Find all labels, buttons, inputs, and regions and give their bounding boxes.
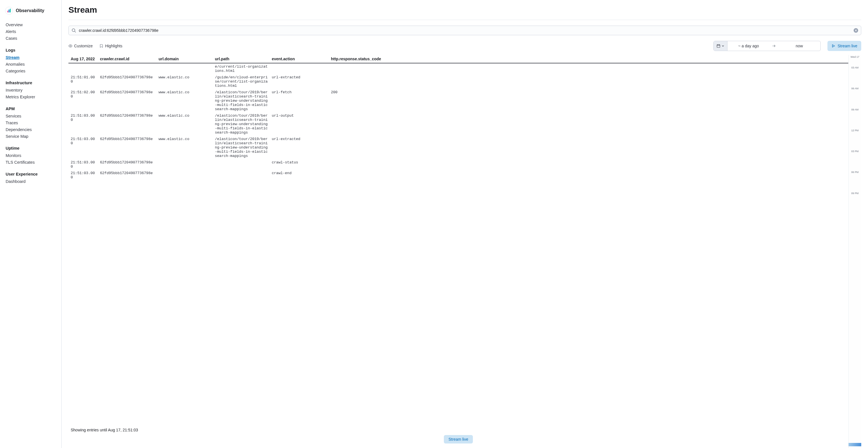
calendar-icon: [716, 44, 720, 48]
stream-live-label: Stream live: [838, 44, 857, 48]
date-from[interactable]: ~ a day ago: [727, 41, 770, 51]
customize-label: Customize: [74, 44, 93, 48]
timeline-tick: 09 PM: [849, 192, 861, 195]
cell-time: 21:51:01.000: [68, 75, 100, 84]
cell-path: /elasticon/tour/2019/berlin/elasticsearc…: [215, 90, 272, 111]
cell-action: url-output: [272, 114, 331, 118]
cell-status: 200: [331, 90, 848, 94]
svg-rect-2: [10, 9, 11, 12]
timeline-tick: 12 PM: [849, 129, 861, 132]
sidebar-item-stream[interactable]: Stream: [0, 54, 61, 61]
table-header: Aug 17, 2022 crawler.crawl.id url.domain…: [68, 55, 848, 63]
timeline-tick: 06 PM: [849, 171, 861, 174]
search-bar[interactable]: [68, 26, 861, 35]
cell-time: 21:51:03.000: [68, 114, 100, 122]
highlights-label: Highlights: [105, 44, 122, 48]
timeline-tick: 09 AM: [849, 108, 861, 111]
timeline-tick: 03 PM: [849, 150, 861, 153]
sidebar-item-services[interactable]: Services: [0, 113, 61, 119]
sidebar-item-tls-certificates[interactable]: TLS Certificates: [0, 159, 61, 166]
cell-path: /elasticon/tour/2019/berlin/elasticsearc…: [215, 114, 272, 135]
nav-heading: User Experience: [0, 170, 61, 178]
nav-section-logs: LogsStreamAnomaliesCategories: [0, 45, 61, 78]
col-crawl-id[interactable]: crawler.crawl.id: [100, 57, 159, 61]
date-picker-button[interactable]: [714, 41, 727, 51]
sidebar-item-service-map[interactable]: Service Map: [0, 133, 61, 140]
brand: Observability: [0, 4, 61, 20]
customize-button[interactable]: Customize: [68, 44, 93, 48]
svg-point-3: [72, 29, 75, 32]
observability-logo-icon: [5, 7, 13, 14]
cell-crawl: 62fd95bbb17204907736798e: [100, 75, 159, 80]
cell-action: url-fetch: [272, 90, 331, 94]
nav-heading: APM: [0, 105, 61, 113]
highlights-button[interactable]: Highlights: [99, 44, 122, 48]
sidebar-item-inventory[interactable]: Inventory: [0, 87, 61, 94]
table-row[interactable]: 21:51:03.00062fd95bbb17204907736798ecraw…: [68, 159, 848, 170]
sidebar-item-dashboard[interactable]: Dashboard: [0, 178, 61, 185]
table-row[interactable]: 21:51:02.00062fd95bbb17204907736798ewww.…: [68, 89, 848, 113]
svg-point-7: [70, 46, 71, 47]
cell-path: e/current/list-organizations.html: [215, 64, 272, 73]
col-timestamp[interactable]: Aug 17, 2022: [68, 57, 100, 61]
col-status[interactable]: http.response.status_code: [331, 57, 848, 61]
col-domain[interactable]: url.domain: [159, 57, 215, 61]
col-path[interactable]: url.path: [215, 57, 272, 61]
cell-domain: www.elastic.co: [159, 137, 215, 141]
nav-heading: Infrastructure: [0, 79, 61, 87]
cell-time: 21:51:03.000: [68, 171, 100, 179]
table-row[interactable]: 21:51:03.00062fd95bbb17204907736798ecraw…: [68, 170, 848, 181]
cell-crawl: 62fd95bbb17204907736798e: [100, 171, 159, 175]
nav-section-top: OverviewAlertsCases: [0, 20, 61, 45]
page-title: Stream: [68, 5, 861, 20]
sidebar-item-overview[interactable]: Overview: [0, 22, 61, 28]
cell-time: 21:51:02.000: [68, 90, 100, 99]
table-row[interactable]: e/current/list-organizations.html: [68, 63, 848, 74]
cell-domain: www.elastic.co: [159, 90, 215, 94]
cell-crawl: 62fd95bbb17204907736798e: [100, 90, 159, 94]
toolbar: Customize Highlights ~ a day ago now Str…: [68, 41, 861, 51]
sidebar-item-categories[interactable]: Categories: [0, 68, 61, 74]
date-to[interactable]: now: [778, 41, 820, 51]
play-icon: [831, 44, 835, 48]
cell-action: url-extracted: [272, 75, 331, 80]
brand-title: Observability: [16, 8, 44, 13]
timeline-day-label: Wed 17: [849, 56, 861, 58]
sidebar-item-anomalies[interactable]: Anomalies: [0, 61, 61, 68]
cell-crawl: 62fd95bbb17204907736798e: [100, 137, 159, 141]
nav-section-infrastructure: InfrastructureInventoryMetrics Explorer: [0, 78, 61, 104]
timeline-minimap[interactable]: Wed 1703 AM06 AM09 AM12 PM03 PM06 PM09 P…: [848, 55, 861, 448]
table-body[interactable]: e/current/list-organizations.html21:51:0…: [68, 63, 848, 423]
table-row[interactable]: 21:51:03.00062fd95bbb17204907736798ewww.…: [68, 113, 848, 136]
search-input[interactable]: [79, 28, 851, 33]
chevron-down-icon: [721, 44, 724, 47]
sidebar-item-dependencies[interactable]: Dependencies: [0, 126, 61, 133]
cell-domain: www.elastic.co: [159, 75, 215, 80]
table-row[interactable]: 21:51:01.00062fd95bbb17204907736798ewww.…: [68, 74, 848, 89]
sidebar: Observability OverviewAlertsCases LogsSt…: [0, 0, 62, 448]
timeline-tick: 06 AM: [849, 87, 861, 90]
col-action[interactable]: event.action: [272, 57, 331, 61]
arrow-right-icon: [770, 41, 778, 51]
sidebar-item-traces[interactable]: Traces: [0, 119, 61, 126]
sidebar-item-cases[interactable]: Cases: [0, 35, 61, 42]
table-row[interactable]: 21:51:03.00062fd95bbb17204907736798ewww.…: [68, 136, 848, 159]
cell-time: 21:51:03.000: [68, 137, 100, 145]
stream-live-button[interactable]: Stream live: [828, 41, 861, 51]
cell-action: crawl-end: [272, 171, 331, 175]
cell-domain: www.elastic.co: [159, 114, 215, 118]
stream-live-bottom-button[interactable]: Stream live: [444, 435, 473, 444]
nav-section-apm: APMServicesTracesDependenciesService Map: [0, 104, 61, 143]
timeline-marker: [848, 443, 861, 446]
svg-rect-0: [7, 11, 8, 12]
main: Stream Customize Highlights ~ a day ago: [62, 0, 868, 448]
cell-time: 21:51:03.000: [68, 160, 100, 169]
cell-action: crawl-status: [272, 160, 331, 165]
clear-search-button[interactable]: [854, 28, 858, 33]
sidebar-item-alerts[interactable]: Alerts: [0, 28, 61, 35]
sidebar-item-monitors[interactable]: Monitors: [0, 152, 61, 159]
sidebar-item-metrics-explorer[interactable]: Metrics Explorer: [0, 94, 61, 100]
nav-section-user-experience: User ExperienceDashboard: [0, 169, 61, 188]
cell-crawl: 62fd95bbb17204907736798e: [100, 160, 159, 165]
svg-line-4: [74, 31, 76, 32]
